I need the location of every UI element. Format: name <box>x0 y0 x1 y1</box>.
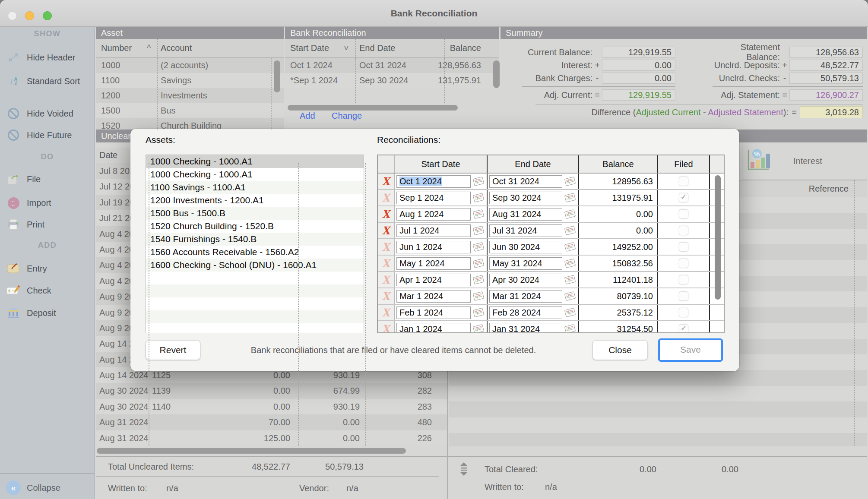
column-filed[interactable]: Filed <box>658 155 710 173</box>
date-picker-icon[interactable] <box>564 176 577 187</box>
column-balance[interactable]: Balance <box>450 39 481 57</box>
column-balance[interactable]: Balance <box>579 155 658 173</box>
date-picker-icon[interactable] <box>472 291 485 302</box>
filed-checkbox[interactable] <box>679 275 688 284</box>
start-date-input[interactable]: Sep 1 2024 <box>396 192 471 204</box>
interest-tab[interactable]: % Interest <box>742 142 867 180</box>
delete-reconciliation-button[interactable]: X <box>378 190 395 205</box>
delete-reconciliation-button[interactable]: X <box>378 288 395 304</box>
balance-cell[interactable]: 112401.18 <box>579 272 658 287</box>
filed-checkbox[interactable] <box>679 209 688 219</box>
delete-reconciliation-button[interactable]: X <box>378 223 395 238</box>
column-number[interactable]: Number <box>101 39 132 57</box>
asset-row[interactable]: 1520 Church Building <box>96 118 284 129</box>
start-date-input[interactable]: Apr 1 2024 <box>396 274 471 286</box>
end-date-input[interactable]: Jan 31 2024 <box>489 323 562 334</box>
date-picker-icon[interactable] <box>472 176 485 187</box>
filed-checkbox[interactable] <box>679 242 688 252</box>
date-picker-icon[interactable] <box>564 225 577 236</box>
sidebar-item-print[interactable]: Print <box>0 215 95 234</box>
asset-list-item[interactable]: 1500 Bus - 1500.B <box>146 207 364 220</box>
end-date-input[interactable]: Jun 30 2024 <box>489 241 562 253</box>
reconciliations-scrollbar[interactable] <box>715 175 721 300</box>
sidebar-item-check[interactable]: $ ⁓ Check <box>0 281 95 300</box>
balance-cell[interactable]: 150832.56 <box>579 256 658 271</box>
delete-reconciliation-button[interactable]: X <box>378 321 395 333</box>
asset-table-scrollbar[interactable] <box>274 60 280 92</box>
save-button[interactable]: Save <box>658 338 723 362</box>
date-picker-icon[interactable] <box>472 323 485 333</box>
bankrec-table-scrollbar[interactable] <box>493 60 500 88</box>
date-picker-icon[interactable] <box>472 274 485 285</box>
balance-cell[interactable]: 149252.00 <box>579 239 658 255</box>
asset-row[interactable]: 1000 (2 accounts) <box>96 58 284 73</box>
end-date-input[interactable]: Oct 31 2024 <box>489 175 562 188</box>
end-date-input[interactable]: Apr 30 2024 <box>489 274 562 286</box>
balance-cell[interactable]: 25375.12 <box>579 305 658 320</box>
column-end-date[interactable]: End Date <box>488 155 579 173</box>
asset-list-item[interactable]: 1540 Furnishings - 1540.B <box>146 233 364 246</box>
close-button[interactable]: Close <box>592 340 648 360</box>
date-picker-icon[interactable] <box>564 258 577 269</box>
uncleared-horizontal-scrollbar[interactable] <box>97 448 406 454</box>
filed-checkbox[interactable] <box>679 308 688 317</box>
asset-list-item[interactable]: 1200 Investments - 1200.A1 <box>146 194 364 207</box>
start-date-input[interactable]: Feb 1 2024 <box>396 306 471 319</box>
delete-reconciliation-button[interactable]: X <box>378 256 395 271</box>
date-picker-icon[interactable] <box>564 274 577 285</box>
start-date-input[interactable]: Jan 1 2024 <box>396 323 471 334</box>
start-date-input[interactable]: May 1 2024 <box>396 257 471 270</box>
delete-reconciliation-button[interactable]: X <box>378 239 395 255</box>
date-picker-icon[interactable] <box>472 258 485 269</box>
asset-row[interactable]: 1100 Savings <box>96 73 284 88</box>
sidebar-item-deposit[interactable]: Deposit <box>0 303 95 323</box>
add-reconciliation-link[interactable]: Add <box>300 110 315 122</box>
sidebar-item-hide-header[interactable]: Hide Header <box>0 47 95 67</box>
end-date-input[interactable]: Sep 30 2024 <box>489 192 562 204</box>
filed-checkbox[interactable] <box>679 177 688 186</box>
end-date-input[interactable]: Mar 31 2024 <box>489 290 562 303</box>
filed-checkbox[interactable] <box>679 291 688 301</box>
start-date-input[interactable]: Jun 1 2024 <box>396 241 471 253</box>
date-picker-icon[interactable] <box>564 323 577 333</box>
date-picker-icon[interactable] <box>564 241 577 253</box>
end-date-input[interactable]: Jul 31 2024 <box>489 224 562 237</box>
bankrec-row[interactable]: Oct 1 2024 Oct 31 2024 128,956.63 <box>285 58 499 73</box>
change-reconciliation-link[interactable]: Change <box>332 110 362 122</box>
sidebar-item-file[interactable]: File <box>0 169 95 189</box>
asset-list-item[interactable]: 1520 Church Building - 1520.B <box>146 220 364 233</box>
column-end-date[interactable]: End Date <box>359 39 395 57</box>
sidebar-item-hide-future[interactable]: Hide Future <box>0 125 95 145</box>
column-start-date[interactable]: Start Date <box>290 39 329 57</box>
start-date-input[interactable]: Jul 1 2024 <box>396 224 471 237</box>
asset-row[interactable]: 1200 Investments <box>96 88 284 103</box>
asset-row[interactable]: 1500 Bus <box>96 103 284 118</box>
collapse-sidebar-button[interactable]: « Collapse <box>0 478 95 497</box>
asset-list-item[interactable]: 1560 Accounts Receivable - 1560.A2 <box>146 246 364 259</box>
balance-cell[interactable]: 80739.10 <box>579 288 658 304</box>
balance-cell[interactable]: 128956.63 <box>579 174 658 189</box>
date-picker-icon[interactable] <box>472 307 485 318</box>
asset-list-item[interactable]: 1000 Checking - 1000.A1 <box>146 155 364 168</box>
start-date-input[interactable]: Oct 1 2024 <box>396 175 471 188</box>
balance-cell[interactable]: 0.00 <box>579 206 658 222</box>
delete-reconciliation-button[interactable]: X <box>378 272 395 287</box>
column-start-date[interactable]: Start Date <box>395 155 488 173</box>
date-picker-icon[interactable] <box>564 307 577 318</box>
asset-list-item[interactable]: 1600 Checking - School (DNU) - 1600.A1 <box>146 259 364 272</box>
filed-checkbox[interactable] <box>679 324 688 333</box>
sidebar-item-import[interactable]: ←← Import <box>0 193 95 213</box>
end-date-input[interactable]: May 31 2024 <box>489 257 562 270</box>
sidebar-item-standard-sort[interactable]: ↓AZ Standard Sort <box>0 69 95 93</box>
filed-checkbox[interactable] <box>679 226 688 235</box>
filed-checkbox[interactable] <box>679 193 688 202</box>
end-date-input[interactable]: Aug 31 2024 <box>489 208 562 221</box>
sidebar-item-entry[interactable]: Entry <box>0 259 95 278</box>
start-date-input[interactable]: Aug 1 2024 <box>396 208 471 221</box>
delete-reconciliation-button[interactable]: X <box>378 206 395 222</box>
date-picker-icon[interactable] <box>564 291 577 302</box>
column-account[interactable]: Account <box>161 39 192 57</box>
date-picker-icon[interactable] <box>564 208 577 220</box>
delete-reconciliation-button[interactable]: X <box>378 305 395 320</box>
date-picker-icon[interactable] <box>472 225 485 236</box>
